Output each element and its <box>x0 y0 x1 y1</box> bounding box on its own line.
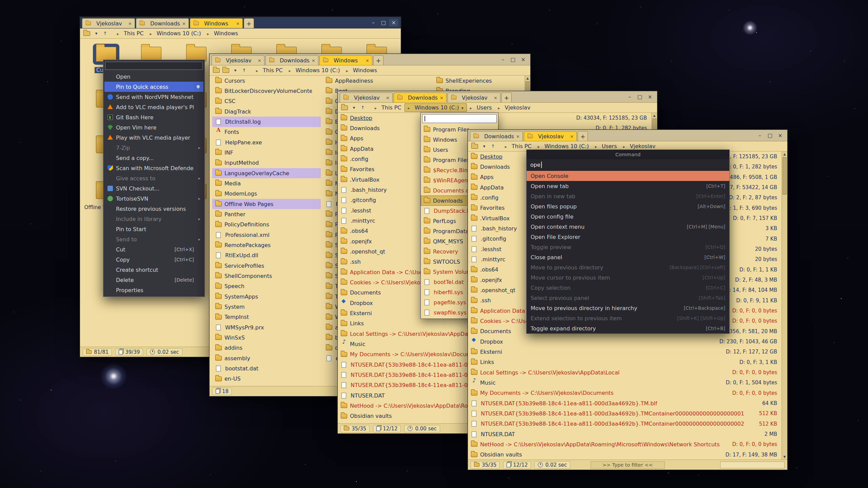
file-row[interactable]: Music D: 0, F: 1, 504 bytes <box>468 378 787 388</box>
context-menu-item[interactable]: Send a copy... <box>104 153 203 163</box>
tab-close-icon[interactable]: × <box>258 58 261 63</box>
file-row[interactable]: System <box>212 302 321 312</box>
command-item[interactable]: Close panel [Ctrl+W] <box>527 252 729 262</box>
tab[interactable]: Vjekoslav × <box>524 131 577 141</box>
file-row[interactable]: HelpPane.exe <box>212 137 321 147</box>
breadcrumb-segment[interactable]: This PC <box>114 29 147 37</box>
file-row[interactable]: ShellExperiences <box>433 76 528 86</box>
file-row[interactable]: ServiceProfiles <box>212 261 321 271</box>
command-item[interactable]: Move cursor to previous item [Ctrl+Up] <box>527 272 729 283</box>
tab[interactable]: Vjekoslav × <box>448 93 500 102</box>
tab-close-icon[interactable]: × <box>386 95 390 100</box>
history-dropdown-icon[interactable]: ▾ <box>93 31 100 36</box>
breadcrumb-segment[interactable]: Vjekoslav <box>495 104 534 111</box>
tab[interactable]: Vjekoslav × <box>340 93 393 102</box>
file-row[interactable]: Media <box>212 178 321 188</box>
file-row[interactable]: Eksterni D: 12, F: 127, 12 GB <box>468 347 787 357</box>
breadcrumb-segment[interactable]: Vjekoslav <box>620 142 659 150</box>
minimize-button[interactable]: – <box>755 132 764 139</box>
close-button[interactable]: × <box>646 93 654 101</box>
file-row[interactable]: NTUSER.DAT{53b39e88-18c4-11ea-a811-000d3… <box>468 398 787 408</box>
breadcrumb-segment[interactable]: This PC <box>502 142 535 150</box>
file-row[interactable]: ModemLogs <box>212 189 321 199</box>
file-row[interactable]: bootstat.dat <box>212 363 321 373</box>
history-back-icon[interactable] <box>341 105 348 110</box>
new-tab-button[interactable]: + <box>578 131 588 141</box>
context-menu-item[interactable]: Restore previous versions <box>104 204 203 214</box>
history-dropdown-icon[interactable]: ▾ <box>351 105 357 110</box>
file-row[interactable]: Speech <box>212 281 321 291</box>
tab-close-icon[interactable]: × <box>182 21 186 26</box>
file-row[interactable]: NetHood -> C:\Users\Vjekoslav\AppData\Ro… <box>468 439 787 449</box>
breadcrumb-segment[interactable]: This PC <box>372 104 405 111</box>
new-tab-button[interactable]: + <box>501 93 512 102</box>
minimize-button[interactable]: – <box>498 56 507 63</box>
breadcrumb-segment[interactable]: Users <box>592 142 620 150</box>
file-row[interactable]: WMSysPr9.prx <box>212 322 321 332</box>
titlebar[interactable]: Vjekoslav × Downloads × Vjekoslav × + – … <box>338 91 657 103</box>
tab[interactable]: Downloads × <box>136 18 189 28</box>
context-menu-filter-input[interactable] <box>105 62 203 70</box>
file-row[interactable]: My Documents -> C:\Users\Vjekoslav\Docum… <box>468 388 787 398</box>
tab[interactable]: Windows × <box>319 55 372 65</box>
context-menu-item[interactable]: Delete [Delete] <box>104 275 203 285</box>
tab-close-icon[interactable]: × <box>366 58 369 63</box>
tab-close-icon[interactable]: × <box>128 21 132 26</box>
context-menu-item[interactable]: Pin to Quick access <box>104 82 203 92</box>
file-row[interactable]: WinSxS <box>212 332 321 343</box>
command-item[interactable]: Move to previous directory [Backspace] [… <box>527 262 729 272</box>
tab[interactable]: Downloads × <box>394 93 447 102</box>
file-row[interactable]: CSC <box>212 96 321 106</box>
context-menu-item[interactable]: Properties <box>104 285 203 295</box>
context-menu-item[interactable]: Open Vim here <box>104 122 203 133</box>
context-menu-item[interactable]: Play with VLC media player <box>104 133 203 143</box>
context-menu-item[interactable]: Cut [Ctrl+X] <box>104 244 203 255</box>
file-row[interactable]: InputMethod <box>212 158 321 168</box>
minimize-button[interactable]: – <box>625 93 634 101</box>
file-row[interactable]: Dropbox D: 230, F: 1043, 46 GB <box>468 337 787 347</box>
file-row[interactable]: DtcInstall.log <box>212 117 321 127</box>
context-menu-item[interactable]: Add to VLC media player's Playlist <box>104 102 203 112</box>
command-item[interactable]: Open config file <box>527 211 729 222</box>
breadcrumb-segment[interactable]: Windows 10 (C:) <box>535 142 592 150</box>
tab[interactable]: Vjekoslav × <box>212 55 264 65</box>
titlebar[interactable]: Vjekoslav × Downloads × Windows × + – □ <box>80 17 401 28</box>
scroll-up-icon[interactable]: ▲ <box>652 113 657 118</box>
file-row[interactable]: Panther <box>212 209 321 219</box>
context-menu-item[interactable]: Include in library <box>104 214 203 224</box>
maximize-button[interactable]: □ <box>635 93 644 101</box>
scroll-up-icon[interactable]: ▲ <box>782 151 787 157</box>
context-menu-item[interactable]: 7-Zip <box>104 143 203 153</box>
file-row[interactable]: PolicyDefinitions <box>212 220 321 230</box>
history-dropdown-icon[interactable]: ▾ <box>481 144 488 149</box>
command-item[interactable]: Copy selection [Ctrl+C] <box>527 283 729 293</box>
command-item[interactable]: Open context menu [Ctrl+M] [Menu] <box>527 222 729 232</box>
maximize-button[interactable]: □ <box>379 19 388 26</box>
context-menu-item[interactable]: SVN Checkout... <box>104 183 203 194</box>
file-row[interactable]: RemotePackages <box>212 240 321 250</box>
tab-close-icon[interactable]: × <box>516 134 520 139</box>
context-menu-item[interactable]: Scan with Microsoft Defender... <box>104 163 203 173</box>
file-row[interactable]: Fonts <box>212 127 321 137</box>
breadcrumb-segment[interactable]: Windows 10 (C:) <box>286 66 343 74</box>
file-row[interactable]: Professional.xml <box>212 230 321 240</box>
breadcrumb-segment[interactable]: Windows <box>343 66 380 74</box>
vertical-scrollbar[interactable]: ▲ ▼ <box>782 151 787 460</box>
context-menu-item[interactable]: Send with NordVPN Meshnet <box>104 92 203 102</box>
titlebar[interactable]: Downloads × Vjekoslav × + – □ × <box>468 130 787 141</box>
history-forward-icon[interactable] <box>222 68 229 73</box>
command-item[interactable]: Move to previous directory in hierarchy … <box>527 303 729 313</box>
context-menu-item[interactable]: Give access to <box>104 173 203 183</box>
context-menu-item[interactable]: Copy [Ctrl+C] <box>104 255 203 265</box>
file-row[interactable]: addins <box>212 343 321 353</box>
history-dropdown-icon[interactable]: ▾ <box>232 68 239 73</box>
command-item[interactable]: Extend selection to previous item [Shift… <box>527 313 729 323</box>
breadcrumb-segment[interactable]: Windows 10 (C:) <box>147 29 204 37</box>
file-row[interactable]: Offline Web Pages <box>212 199 321 209</box>
minimize-button[interactable]: – <box>369 19 378 26</box>
history-back-icon[interactable] <box>471 144 478 149</box>
file-row[interactable]: RtlExUpd.dll <box>212 250 321 261</box>
file-row[interactable]: BitLockerDiscoveryVolumeContents <box>212 86 321 96</box>
up-directory-icon[interactable]: ↑ <box>490 144 496 149</box>
command-item[interactable]: Toggle expand directory [Ctrl+B] <box>527 323 729 333</box>
